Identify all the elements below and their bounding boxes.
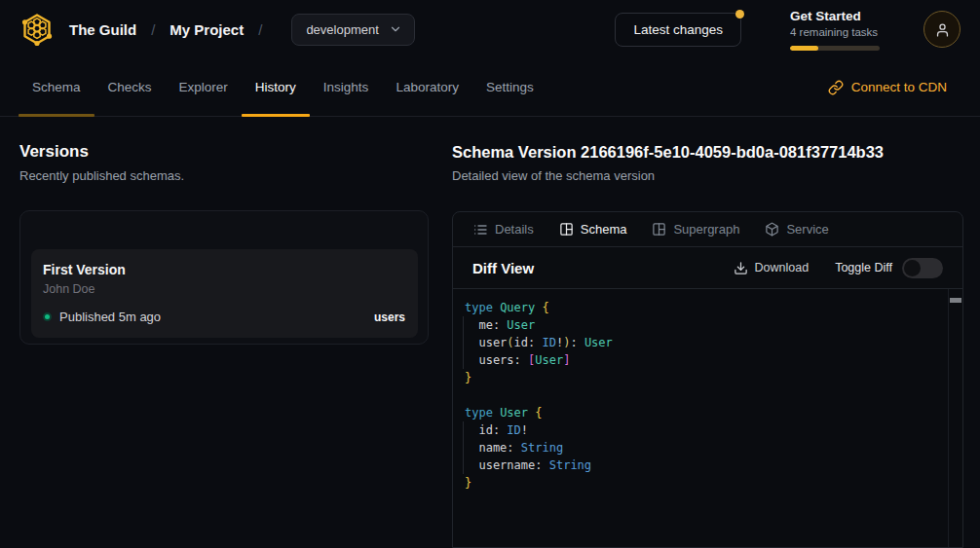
versions-subtitle: Recently published schemas. bbox=[19, 167, 429, 184]
top-header: The Guild / My Project / development Lat… bbox=[0, 0, 980, 58]
code-lines: type Query { me: User user(id: ID!): Use… bbox=[465, 299, 947, 492]
diff-toolbar: Diff View Download Toggle Diff bbox=[453, 247, 962, 289]
version-status-label: Published 5m ago bbox=[59, 310, 161, 324]
code-token: ID bbox=[507, 423, 520, 437]
code-token: : bbox=[570, 336, 584, 349]
nav-tab-history[interactable]: History bbox=[242, 58, 310, 116]
versions-panel: Versions Recently published schemas. Fir… bbox=[19, 141, 429, 345]
code-token: User bbox=[500, 406, 528, 420]
code-token: id bbox=[514, 336, 528, 349]
columns-icon bbox=[559, 222, 574, 237]
download-button[interactable]: Download bbox=[734, 261, 810, 275]
code-line: users: [User] bbox=[465, 351, 947, 369]
nav-tab-explorer[interactable]: Explorer bbox=[166, 58, 242, 116]
columns-icon bbox=[652, 222, 666, 237]
code-line: type Query { bbox=[465, 299, 947, 316]
published-status-dot bbox=[43, 312, 52, 321]
version-author: John Doe bbox=[43, 281, 405, 297]
versions-title: Versions bbox=[19, 141, 429, 163]
code-token: : bbox=[514, 353, 528, 367]
schema-view-card: DetailsSchemaSupergraphService Diff View… bbox=[452, 211, 963, 548]
nav-tab-insights[interactable]: Insights bbox=[310, 58, 383, 116]
version-status-row: Published 5m ago users bbox=[43, 310, 405, 324]
code-token: ID bbox=[543, 336, 556, 349]
latest-changes-button[interactable]: Latest changes bbox=[615, 13, 741, 47]
code-line: user(id: ID!): User bbox=[465, 334, 947, 351]
code-line bbox=[465, 386, 947, 404]
scrollbar-thumb[interactable] bbox=[950, 298, 961, 303]
code-token: user bbox=[465, 336, 507, 349]
code-token: name bbox=[465, 441, 507, 455]
target-select-value: development bbox=[306, 22, 378, 37]
code-token: ( bbox=[507, 336, 513, 349]
code-token: User bbox=[584, 336, 613, 349]
toggle-diff-label: Toggle Diff bbox=[835, 261, 892, 274]
code-line: } bbox=[465, 474, 947, 492]
detail-tab-details[interactable]: Details bbox=[472, 222, 534, 237]
get-started-progressbar bbox=[790, 46, 880, 51]
target-select-button[interactable]: development bbox=[291, 14, 414, 46]
code-line: } bbox=[465, 369, 947, 386]
connect-to-cdn-label: Connect to CDN bbox=[851, 80, 947, 94]
code-line: me: User bbox=[465, 316, 947, 334]
schema-view-tabs: DetailsSchemaSupergraphService bbox=[453, 212, 962, 247]
indent-guide bbox=[463, 316, 464, 369]
versions-list-card: First Version John Doe Published 5m ago … bbox=[19, 210, 429, 345]
breadcrumb-org[interactable]: The Guild bbox=[69, 21, 136, 38]
schema-code-viewer[interactable]: type Query { me: User user(id: ID!): Use… bbox=[453, 289, 962, 547]
detail-tab-supergraph[interactable]: Supergraph bbox=[652, 222, 739, 237]
code-token: type bbox=[465, 301, 493, 314]
user-icon bbox=[934, 21, 951, 38]
breadcrumb-project[interactable]: My Project bbox=[170, 21, 244, 38]
breadcrumb-separator: / bbox=[151, 21, 155, 38]
chevron-down-icon bbox=[389, 22, 402, 36]
code-token: Query bbox=[500, 301, 535, 314]
indent-guide bbox=[463, 421, 464, 474]
nav-tab-checks[interactable]: Checks bbox=[94, 58, 166, 116]
get-started-title: Get Started bbox=[790, 9, 880, 24]
service-badge[interactable]: users bbox=[374, 311, 405, 324]
connect-to-cdn-link[interactable]: Connect to CDN bbox=[828, 58, 947, 116]
get-started-subtitle: 4 remaining tasks bbox=[790, 25, 880, 40]
code-token: username bbox=[465, 458, 535, 472]
code-line: type User { bbox=[465, 404, 947, 421]
code-token: : bbox=[493, 423, 507, 437]
hive-logo-icon[interactable] bbox=[19, 12, 55, 47]
code-token: ! bbox=[521, 423, 528, 437]
code-token: User bbox=[507, 318, 535, 332]
nav-tab-schema[interactable]: Schema bbox=[19, 58, 94, 116]
toggle-diff-switch[interactable] bbox=[902, 258, 943, 278]
code-line: name: String bbox=[465, 439, 947, 457]
nav-tabs: SchemaChecksExplorerHistoryInsightsLabor… bbox=[19, 58, 547, 116]
get-started-widget[interactable]: Get Started 4 remaining tasks bbox=[790, 9, 880, 51]
get-started-progress-fill bbox=[790, 46, 818, 51]
code-line: username: String bbox=[465, 457, 947, 474]
diff-view-title: Diff View bbox=[472, 260, 534, 276]
code-token: type bbox=[465, 406, 493, 420]
version-detail-title: Schema Version 2166196f-5e10-4059-bd0a-0… bbox=[452, 141, 963, 163]
box-icon bbox=[765, 222, 779, 237]
detail-tab-service[interactable]: Service bbox=[765, 222, 828, 237]
detail-tab-label: Service bbox=[786, 222, 828, 237]
code-token: : bbox=[493, 318, 507, 332]
code-token: : bbox=[528, 336, 542, 349]
nav-tab-settings[interactable]: Settings bbox=[472, 58, 547, 116]
code-token: } bbox=[465, 371, 471, 384]
link-icon bbox=[828, 80, 844, 95]
detail-tab-label: Details bbox=[495, 222, 534, 237]
download-icon bbox=[734, 261, 748, 275]
list-icon bbox=[472, 222, 488, 237]
code-token: { bbox=[535, 406, 542, 420]
nav-tab-laboratory[interactable]: Laboratory bbox=[382, 58, 472, 116]
latest-changes-label: Latest changes bbox=[633, 22, 723, 37]
version-list-item[interactable]: First Version John Doe Published 5m ago … bbox=[31, 249, 418, 338]
page-nav: SchemaChecksExplorerHistoryInsightsLabor… bbox=[0, 58, 980, 117]
user-avatar-button[interactable] bbox=[923, 11, 961, 48]
breadcrumb-separator: / bbox=[258, 21, 262, 38]
download-label: Download bbox=[755, 261, 810, 274]
detail-tab-schema[interactable]: Schema bbox=[559, 222, 627, 237]
code-token: User bbox=[535, 353, 563, 367]
detail-tab-label: Supergraph bbox=[673, 222, 739, 237]
code-token: : bbox=[535, 458, 548, 472]
version-detail-panel: Schema Version 2166196f-5e10-4059-bd0a-0… bbox=[452, 141, 963, 548]
